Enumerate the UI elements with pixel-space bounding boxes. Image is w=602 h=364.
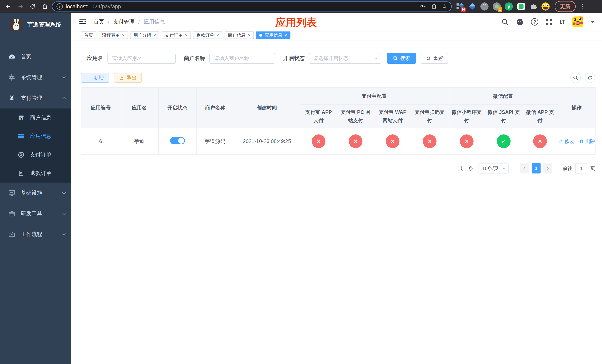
reset-button[interactable]: 重置 xyxy=(420,53,448,64)
url-text: localhost:1024/pay/app xyxy=(66,3,121,10)
chat-extension-icon[interactable] xyxy=(517,2,525,11)
user-avatar[interactable] xyxy=(572,16,583,27)
sidebar-item-workflow[interactable]: 工作流程 xyxy=(0,224,71,245)
sidebar-item-payment[interactable]: ¥ 支付管理 xyxy=(0,88,71,108)
col-wechat-app: 微信 APP 支付 xyxy=(522,105,558,128)
help-icon[interactable]: ? xyxy=(531,18,538,26)
sidebar-item-infra[interactable]: 基础设施 xyxy=(0,182,71,203)
merchant-name-label: 商户名称 xyxy=(184,55,205,62)
search-icon[interactable] xyxy=(501,18,509,26)
pagination: 共 1 条 10条/页 1 前往 页 xyxy=(81,163,595,173)
tab-pay-orders[interactable]: 支付订单× xyxy=(161,32,191,39)
breadcrumb-home[interactable]: 首页 xyxy=(94,18,104,26)
share-icon[interactable] xyxy=(431,3,437,10)
back-icon[interactable] xyxy=(3,1,13,12)
extension-badge: 10 xyxy=(461,7,466,12)
close-icon[interactable]: × xyxy=(285,33,287,37)
export-button[interactable]: 导出 xyxy=(114,73,142,83)
breadcrumb-payment[interactable]: 支付管理 xyxy=(113,18,135,26)
sidebar-item-pay-orders[interactable]: ¥ 支付订单 xyxy=(0,146,71,164)
close-icon[interactable]: × xyxy=(248,33,250,37)
collapse-sidebar-icon[interactable] xyxy=(79,18,86,26)
close-icon[interactable]: × xyxy=(153,33,156,37)
active-dot xyxy=(259,34,262,37)
merchant-name-input[interactable] xyxy=(209,53,275,64)
sidebar-item-refund-orders[interactable]: 退款订单 xyxy=(0,164,71,182)
app-name-input[interactable] xyxy=(107,53,176,64)
status-label: 开启状态 xyxy=(283,55,305,62)
chevron-down-icon xyxy=(374,56,377,59)
sidebar-item-system[interactable]: 系统管理 xyxy=(0,67,71,88)
site-info-icon[interactable]: i xyxy=(56,3,63,10)
tab-home[interactable]: 首页 xyxy=(81,32,97,39)
fullscreen-icon[interactable] xyxy=(545,18,553,26)
status-indicator: × xyxy=(386,134,399,148)
current-page-button[interactable]: 1 xyxy=(532,163,540,173)
filter-form: 应用名 商户名称 开启状态 请选择开启状态 搜索 xyxy=(87,53,595,64)
refresh-button[interactable] xyxy=(585,73,595,83)
col-group-wechat: 微信配置 xyxy=(448,87,558,105)
recorder-extension-icon[interactable]: 1 xyxy=(492,2,501,11)
password-key-icon[interactable] xyxy=(420,3,426,10)
col-alipay-pc: 支付宝 PC 网站支付 xyxy=(337,105,374,128)
sidebar: 芋道管理系统 首页 系统管理 ¥ 支付管 xyxy=(0,13,71,364)
next-page-button[interactable] xyxy=(543,163,552,173)
col-alipay-wap: 支付宝 WAP 网站支付 xyxy=(374,105,411,128)
close-icon[interactable]: × xyxy=(185,33,188,37)
show-search-button[interactable] xyxy=(570,73,581,83)
forward-icon[interactable] xyxy=(15,1,26,12)
top-navbar: 首页 / 支付管理 / 应用信息 应用列表 ? xyxy=(71,13,602,31)
tab-merchant-info[interactable]: 商户信息× xyxy=(225,32,254,39)
avatar-caret-icon[interactable] xyxy=(591,21,594,23)
sidebar-item-home[interactable]: 首页 xyxy=(0,46,71,67)
grid-icon xyxy=(17,133,25,139)
tab-app-info[interactable]: 应用信息× xyxy=(256,32,290,39)
tab-refund-orders[interactable]: 退款订单× xyxy=(193,32,222,39)
sidebar-item-dev-tools[interactable]: 研发工具 xyxy=(0,203,71,224)
profile-avatar[interactable] xyxy=(541,2,550,11)
briefcase-icon xyxy=(8,231,16,238)
status-indicator: × xyxy=(349,134,363,148)
font-size-icon[interactable]: tT xyxy=(560,19,565,25)
sidebar-item-app-info[interactable]: 应用信息 xyxy=(0,127,71,146)
status-indicator: × xyxy=(312,134,325,148)
table-row: 6 芋道 芋道源码 2021-10-23 08:49:25 × × × × × … xyxy=(81,128,595,154)
sidebar-item-merchant-info[interactable]: 商户信息 xyxy=(0,108,71,127)
status-select[interactable]: 请选择开启状态 xyxy=(309,53,381,64)
col-wechat-mini: 微信小程序支付 xyxy=(448,105,485,128)
gear-icon xyxy=(8,74,16,81)
goto-label: 前往 xyxy=(563,165,572,172)
delete-link[interactable]: 删除 xyxy=(579,138,595,145)
prev-page-button[interactable] xyxy=(520,163,529,173)
goto-page-input[interactable] xyxy=(575,163,587,173)
reload-icon[interactable] xyxy=(27,1,38,12)
close-icon[interactable]: × xyxy=(122,33,125,37)
chevron-down-icon xyxy=(62,211,66,215)
command-extension-icon[interactable]: ⌘ xyxy=(480,2,489,11)
add-button[interactable]: ＋新增 xyxy=(81,73,109,83)
browser-menu-icon[interactable]: ⋮ xyxy=(579,3,586,10)
sidebar-logo[interactable]: 芋道管理系统 xyxy=(0,14,71,35)
search-button[interactable]: 搜索 xyxy=(387,53,416,64)
chrome-update-button[interactable]: 更新 xyxy=(555,1,576,12)
enabled-switch[interactable] xyxy=(170,137,185,144)
col-alipay-qr: 支付宝扫码支付 xyxy=(411,105,448,128)
puzzle-extensions-icon[interactable] xyxy=(529,2,538,11)
tab-process-form[interactable]: 流程表单× xyxy=(99,32,128,39)
kite-extension-icon[interactable] xyxy=(468,2,476,11)
cell-app-id: 6 xyxy=(81,128,120,154)
edit-link[interactable]: 修改 xyxy=(558,138,574,145)
chevron-down-icon xyxy=(62,232,66,236)
chevron-down-icon xyxy=(62,191,66,194)
page-size-select[interactable]: 10条/页 xyxy=(479,163,508,173)
close-icon[interactable]: × xyxy=(216,33,219,37)
monica-extension-icon[interactable]: y xyxy=(505,2,513,11)
github-icon[interactable] xyxy=(516,18,524,26)
url-bar[interactable]: i localhost:1024/pay/app ☆ xyxy=(52,1,452,11)
bookmark-star-icon[interactable]: ☆ xyxy=(442,3,447,10)
tab-user-group[interactable]: 用户分组× xyxy=(130,32,159,39)
onetab-extension-icon[interactable]: 10 xyxy=(456,2,464,11)
col-status: 开启状态 xyxy=(159,87,196,128)
home-icon[interactable] xyxy=(40,1,50,12)
col-merchant: 商户名称 xyxy=(196,87,234,128)
